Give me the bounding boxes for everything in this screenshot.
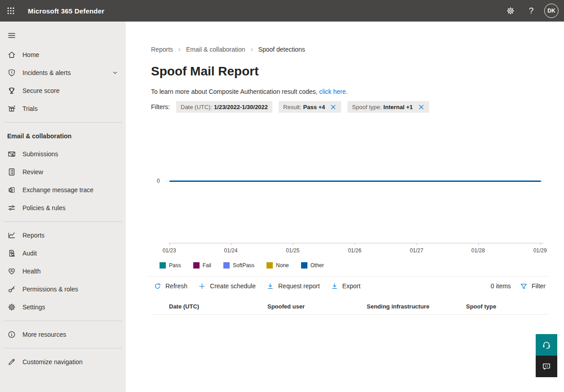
legend-label: Pass: [169, 262, 181, 269]
sidebar-item-audit[interactable]: Audit: [0, 244, 126, 262]
sidebar-item-incidents-alerts[interactable]: Incidents & alerts: [0, 64, 126, 82]
chip-name: Spoof type:: [352, 104, 382, 110]
collapse-nav-button[interactable]: [4, 30, 20, 41]
chart-legend: Pass Fail SoftPass None Other: [160, 262, 548, 269]
column-header-date[interactable]: Date (UTC): [169, 303, 267, 310]
export-button[interactable]: Export: [328, 279, 363, 293]
funnel-icon: [520, 282, 528, 290]
x-tick-label: 01/28: [471, 247, 485, 254]
remove-filter-icon[interactable]: [418, 104, 425, 110]
chevron-right-icon: [249, 47, 254, 52]
sidebar-item-exchange-message-trace[interactable]: Exchange message trace: [0, 181, 126, 199]
x-tick-label: 01/26: [348, 247, 361, 254]
avatar-initials: DK: [547, 8, 555, 14]
legend-label: Other: [311, 262, 324, 269]
x-tick-label: 01/27: [410, 247, 423, 254]
legend-item-fail: Fail: [193, 262, 211, 269]
legend-item-other: Other: [301, 262, 324, 269]
help-button[interactable]: ?: [524, 3, 539, 18]
legend-item-softpass: SoftPass: [223, 262, 254, 269]
app-launcher-button[interactable]: [0, 0, 22, 22]
sidebar-item-more-resources[interactable]: More resources: [0, 326, 126, 344]
floating-buttons: [536, 334, 557, 377]
axis-tick: [169, 243, 170, 246]
settings-button[interactable]: [503, 3, 518, 18]
filters-label: Filters:: [151, 103, 170, 110]
add-icon: [198, 282, 206, 290]
column-header-spoof-type[interactable]: Spoof type: [466, 303, 548, 310]
legend-label: Fail: [203, 262, 211, 269]
x-tick-label: 01/29: [533, 247, 547, 254]
chip-name: Result:: [283, 104, 301, 110]
download-icon: [266, 282, 274, 290]
pencil-icon: [7, 357, 16, 366]
filter-button[interactable]: Filter: [517, 279, 548, 293]
breadcrumb-email-collaboration[interactable]: Email & collaboration: [186, 46, 245, 53]
chevron-right-icon: [177, 47, 182, 52]
remove-filter-icon[interactable]: [330, 104, 337, 110]
feedback-icon: [542, 361, 551, 371]
sidebar-item-home[interactable]: Home: [0, 46, 126, 64]
create-schedule-label: Create schedule: [210, 282, 256, 290]
gear-icon: [7, 303, 16, 312]
chevron-down-icon: [111, 69, 119, 76]
create-schedule-button[interactable]: Create schedule: [195, 279, 258, 293]
x-axis: [169, 243, 544, 246]
left-navigation: Home Incidents & alerts: [0, 22, 126, 392]
filter-chip-spoof-type[interactable]: Spoof type: Internal +1: [347, 101, 429, 113]
top-app-bar: Microsoft 365 Defender ? DK: [0, 0, 564, 22]
intro-sentence: To learn more about Composite Authentica…: [151, 88, 319, 95]
main-content: Reports Email & collaboration Spoof dete…: [126, 22, 564, 392]
request-report-button[interactable]: Request report: [264, 279, 323, 293]
filter-label: Filter: [532, 282, 546, 290]
sidebar-item-review[interactable]: Review: [0, 163, 126, 181]
nav-divider: [4, 122, 122, 123]
breadcrumb-reports[interactable]: Reports: [151, 46, 173, 53]
filter-chip-result[interactable]: Result: Pass +4: [279, 101, 341, 113]
legend-item-none: None: [266, 262, 289, 269]
hamburger-icon: [7, 31, 16, 40]
sidebar-item-secure-score[interactable]: Secure score: [0, 82, 126, 100]
support-button[interactable]: [536, 334, 557, 356]
chip-value: Pass +4: [303, 104, 325, 110]
chart-plot-area: 0: [169, 119, 544, 243]
feedback-button[interactable]: [536, 356, 557, 377]
x-tick-label: 01/25: [286, 247, 299, 254]
column-header-sending-infrastructure[interactable]: Sending infrastructure: [367, 303, 466, 310]
x-tick-label: 01/24: [224, 247, 238, 254]
legend-item-pass: Pass: [160, 262, 181, 269]
axis-tick: [293, 243, 293, 246]
account-avatar[interactable]: DK: [544, 4, 559, 18]
axis-tick: [231, 243, 231, 246]
sidebar-item-customize-navigation[interactable]: Customize navigation: [0, 353, 126, 371]
refresh-button[interactable]: Refresh: [151, 279, 190, 293]
nav-divider: [4, 348, 122, 348]
sidebar-item-permissions-roles[interactable]: Permissions & roles: [0, 280, 126, 298]
legend-label: None: [276, 262, 289, 269]
sidebar-item-health[interactable]: Health: [0, 262, 126, 280]
sidebar-item-policies-rules[interactable]: Policies & rules: [0, 199, 126, 217]
sidebar-item-reports[interactable]: Reports: [0, 226, 126, 244]
shield-alert-icon: [7, 68, 16, 77]
column-header-spoofed-user[interactable]: Spoofed user: [267, 303, 367, 310]
refresh-label: Refresh: [165, 282, 187, 290]
home-icon: [7, 50, 16, 59]
legend-swatch: [193, 262, 200, 269]
chip-value: Internal +1: [383, 104, 413, 110]
filter-chip-date[interactable]: Date (UTC): 1/23/2022-1/30/2022: [176, 101, 272, 113]
question-mark-icon: ?: [529, 6, 534, 16]
export-label: Export: [342, 282, 360, 290]
download-icon: [331, 282, 338, 290]
page-title: Spoof Mail Report: [151, 64, 548, 79]
sidebar-item-settings[interactable]: Settings: [0, 298, 126, 316]
sidebar-item-trials[interactable]: Trials: [0, 100, 126, 118]
series-line-zero: [169, 181, 541, 182]
table-toolbar: Refresh Create schedule Request report E…: [151, 277, 548, 295]
click-here-link[interactable]: click here: [319, 88, 346, 95]
sidebar-item-submissions[interactable]: Submissions: [0, 145, 126, 163]
headset-icon: [542, 340, 551, 350]
axis-tick: [540, 243, 541, 246]
nav-divider: [4, 221, 122, 222]
topbar-actions: ? DK: [503, 3, 564, 18]
breadcrumb: Reports Email & collaboration Spoof dete…: [151, 46, 548, 53]
